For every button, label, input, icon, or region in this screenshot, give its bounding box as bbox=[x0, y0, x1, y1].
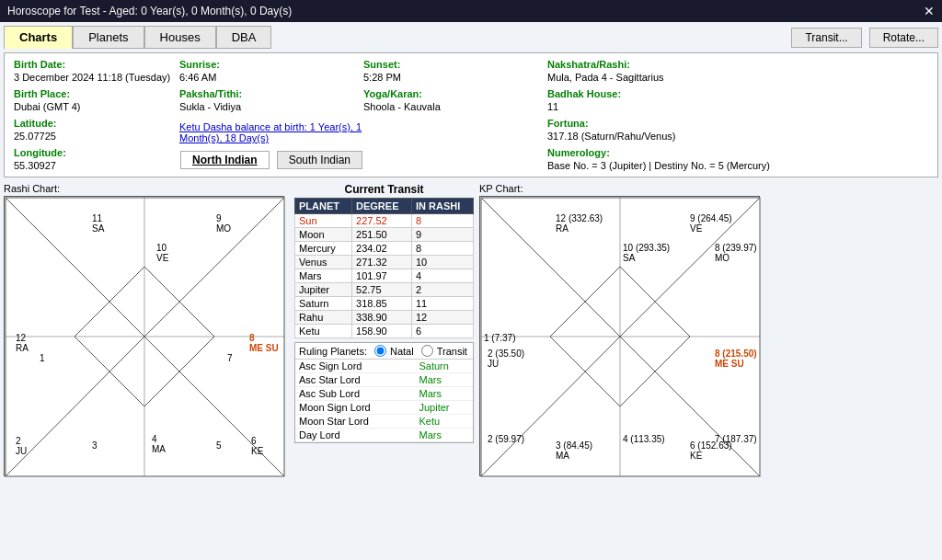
info-col-1: Birth Date: 3 December 2024 11:18 (Tuesd… bbox=[14, 59, 179, 171]
kp-house-12: 12 (332.63)RA bbox=[556, 213, 603, 234]
south-indian-button[interactable]: South Indian bbox=[277, 151, 362, 169]
badhak-value: 11 bbox=[547, 101, 928, 112]
sunset-value: 5:28 PM bbox=[363, 72, 547, 83]
badhak-label: Badhak House: bbox=[547, 88, 928, 99]
transit-row: Sun227.528 bbox=[295, 214, 474, 228]
ruling-row: Asc Sub LordMars bbox=[295, 387, 473, 401]
rotate-button[interactable]: Rotate... bbox=[869, 28, 938, 48]
transit-container: Current Transit PLANET DEGREE IN RASHI S… bbox=[294, 183, 474, 523]
natal-radio-group[interactable]: Natal bbox=[374, 345, 414, 357]
yoga-value: Shoola - Kauvala bbox=[363, 101, 547, 112]
ruling-row: Moon Sign LordJupiter bbox=[295, 401, 473, 415]
latitude-label: Latitude: bbox=[14, 118, 179, 129]
kp-house-8-239: 8 (239.97)MO bbox=[715, 243, 757, 263]
ruling-row: Asc Star LordMars bbox=[295, 373, 473, 387]
transit-header-planet: PLANET bbox=[295, 199, 352, 214]
ruling-header: Ruling Planets: Natal Transit bbox=[295, 343, 473, 360]
natal-radio[interactable] bbox=[374, 345, 386, 357]
sunrise-value: 6:46 AM bbox=[179, 72, 363, 83]
top-bar: Charts Planets Houses DBA Transit... Rot… bbox=[4, 26, 938, 49]
paksha-value: Sukla - Vidiya bbox=[179, 101, 363, 112]
fortuna-value: 317.18 (Saturn/Rahu/Venus) bbox=[547, 131, 928, 142]
kp-chart-container: KP Chart: 12 (332.63)RA 9 (264.45)VE 1 (… bbox=[479, 183, 764, 523]
info-col-4: Nakshatra/Rashi: Mula, Pada 4 - Sagittar… bbox=[547, 59, 928, 171]
kp-house-9: 9 (264.45)VE bbox=[690, 213, 732, 234]
ruling-table: Asc Sign LordSaturnAsc Star LordMarsAsc … bbox=[295, 360, 473, 442]
birth-place-value: Dubai (GMT 4) bbox=[14, 101, 179, 112]
rashi-chart-container: Rashi Chart: bbox=[4, 183, 289, 523]
rashi-chart-svg bbox=[5, 197, 285, 477]
rashi-house-7: 7 bbox=[227, 353, 233, 363]
tab-charts[interactable]: Charts bbox=[4, 26, 73, 49]
kp-house-4: 4 (113.35) bbox=[623, 434, 665, 444]
transit-radio[interactable] bbox=[421, 345, 433, 357]
rashi-chart: 11SA 9MO 12RA 10VE 1 7 8ME SU 2JU 4MA 6K… bbox=[4, 196, 284, 476]
info-box: Birth Date: 3 December 2024 11:18 (Tuesd… bbox=[4, 52, 938, 177]
rashi-chart-label: Rashi Chart: bbox=[4, 183, 289, 194]
transit-button[interactable]: Transit... bbox=[791, 28, 861, 48]
rashi-house-11: 11SA bbox=[92, 213, 104, 234]
transit-radio-group[interactable]: Transit bbox=[421, 345, 467, 357]
birth-date-value: 3 December 2024 11:18 (Tuesday) bbox=[14, 72, 179, 83]
transit-title: Current Transit bbox=[294, 183, 474, 196]
tab-houses[interactable]: Houses bbox=[144, 26, 216, 49]
longitude-label: Longitude: bbox=[14, 147, 179, 158]
rashi-house-12: 12RA bbox=[16, 333, 29, 353]
rashi-house-9: 9MO bbox=[216, 213, 231, 234]
rashi-house-10: 10VE bbox=[156, 243, 168, 263]
rashi-house-5: 5 bbox=[216, 440, 222, 451]
ruling-row: Moon Star LordKetu bbox=[295, 415, 473, 429]
ruling-planets-box: Ruling Planets: Natal Transit Asc Sign L… bbox=[294, 342, 474, 443]
transit-table: PLANET DEGREE IN RASHI Sun227.528Moon251… bbox=[294, 198, 474, 338]
transit-rp-label: Transit bbox=[437, 346, 467, 357]
ruling-row: Asc Sign LordSaturn bbox=[295, 360, 473, 373]
transit-header-degree: DEGREE bbox=[352, 199, 412, 214]
charts-row: Rashi Chart: bbox=[4, 183, 938, 523]
info-col-2: Sunrise: 6:46 AM Paksha/Tithi: Sukla - V… bbox=[179, 59, 363, 171]
rashi-house-1: 1 bbox=[40, 353, 45, 363]
sunrise-label: Sunrise: bbox=[179, 59, 363, 70]
kp-house-1: 1 (7.37) bbox=[484, 333, 515, 343]
transit-row: Mars101.974 bbox=[295, 269, 474, 283]
kp-house-2-59: 2 (59.97) bbox=[488, 434, 524, 444]
paksha-label: Paksha/Tithi: bbox=[179, 88, 363, 99]
transit-row: Saturn318.8511 bbox=[295, 297, 474, 311]
tab-dba[interactable]: DBA bbox=[216, 26, 272, 49]
north-indian-button[interactable]: North Indian bbox=[180, 151, 270, 169]
rashi-house-2: 2JU bbox=[16, 436, 27, 456]
transit-row: Ketu158.906 bbox=[295, 325, 474, 338]
yoga-label: Yoga/Karan: bbox=[363, 88, 547, 99]
transit-row: Mercury234.028 bbox=[295, 242, 474, 256]
fortuna-label: Fortuna: bbox=[547, 118, 928, 129]
kp-house-3: 3 (84.45)MA bbox=[556, 440, 592, 461]
longitude-value: 55.30927 bbox=[14, 160, 179, 171]
action-buttons: Transit... Rotate... bbox=[791, 28, 938, 48]
info-col-3: Sunset: 5:28 PM Yoga/Karan: Shoola - Kau… bbox=[363, 59, 547, 171]
birth-place-label: Birth Place: bbox=[14, 88, 179, 99]
kp-chart-label: KP Chart: bbox=[479, 183, 764, 194]
transit-row: Moon251.509 bbox=[295, 228, 474, 242]
kp-house-8-215: 8 (215.50)ME SU bbox=[715, 349, 757, 369]
ruling-row: Day LordMars bbox=[295, 429, 473, 442]
tab-planets[interactable]: Planets bbox=[73, 26, 144, 49]
kp-house-6: 6 (152.63)KE bbox=[690, 440, 732, 461]
kp-chart: 12 (332.63)RA 9 (264.45)VE 1 (7.37) 10 (… bbox=[479, 196, 760, 476]
transit-header-rashi: IN RASHI bbox=[411, 199, 473, 214]
kp-house-2: 2 (35.50)JU bbox=[488, 349, 524, 369]
rashi-house-6: 6KE bbox=[251, 436, 263, 456]
ruling-label: Ruling Planets: bbox=[299, 346, 367, 357]
rashi-house-8: 8ME SU bbox=[249, 333, 279, 353]
title-text: Horoscope for Test - Aged: 0 Year(s), 0 … bbox=[7, 5, 292, 17]
transit-row: Rahu338.9012 bbox=[295, 311, 474, 325]
transit-row: Jupiter52.752 bbox=[295, 283, 474, 297]
sunset-label: Sunset: bbox=[363, 59, 547, 70]
close-icon[interactable]: ✕ bbox=[924, 4, 935, 18]
natal-label: Natal bbox=[390, 346, 414, 357]
birth-date-label: Birth Date: bbox=[14, 59, 179, 70]
tab-bar: Charts Planets Houses DBA bbox=[4, 26, 271, 49]
numerology-value: Base No. = 3 (Jupiter) | Destiny No. = 5… bbox=[547, 160, 928, 171]
transit-row: Venus271.3210 bbox=[295, 256, 474, 269]
ketu-dasha-link[interactable]: Ketu Dasha balance at birth: 1 Year(s), … bbox=[179, 121, 363, 143]
numerology-label: Numerology: bbox=[547, 147, 928, 158]
kp-house-10: 10 (293.35)SA bbox=[623, 243, 670, 263]
